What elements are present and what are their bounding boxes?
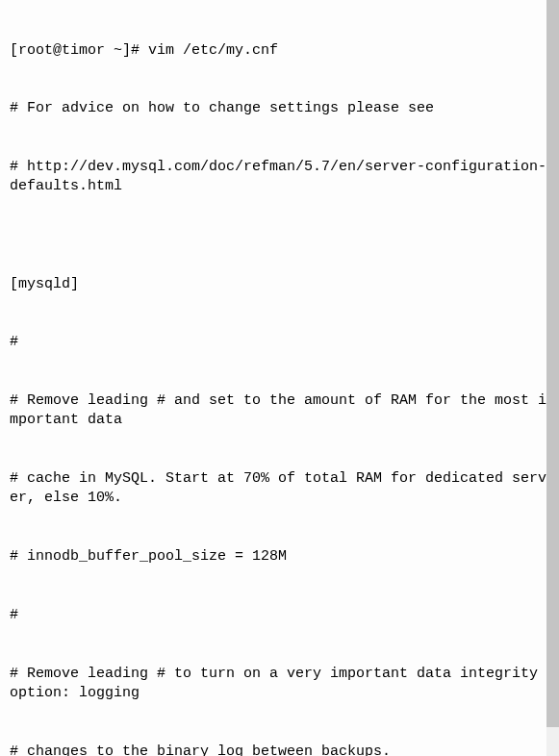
terminal-line: # innodb_buffer_pool_size = 128M: [10, 547, 549, 567]
terminal-output[interactable]: [root@timor ~]# vim /etc/my.cnf # For ad…: [0, 0, 559, 756]
terminal-line: # cache in MySQL. Start at 70% of total …: [10, 469, 549, 509]
scrollbar-track[interactable]: [546, 0, 559, 756]
terminal-line: # changes to the binary log between back…: [10, 743, 549, 757]
terminal-line: # http://dev.mysql.com/doc/refman/5.7/en…: [10, 158, 549, 197]
scrollbar-thumb[interactable]: [546, 0, 559, 727]
terminal-line: [root@timor ~]# vim /etc/my.cnf: [10, 41, 549, 61]
terminal-line: #: [10, 333, 549, 352]
terminal-line: # Remove leading # and set to the amount…: [10, 391, 549, 431]
terminal-line: #: [10, 606, 549, 625]
terminal-line: [mysqld]: [10, 275, 549, 294]
terminal-line: # Remove leading # to turn on a very imp…: [10, 665, 549, 704]
terminal-line: # For advice on how to change settings p…: [10, 99, 549, 118]
